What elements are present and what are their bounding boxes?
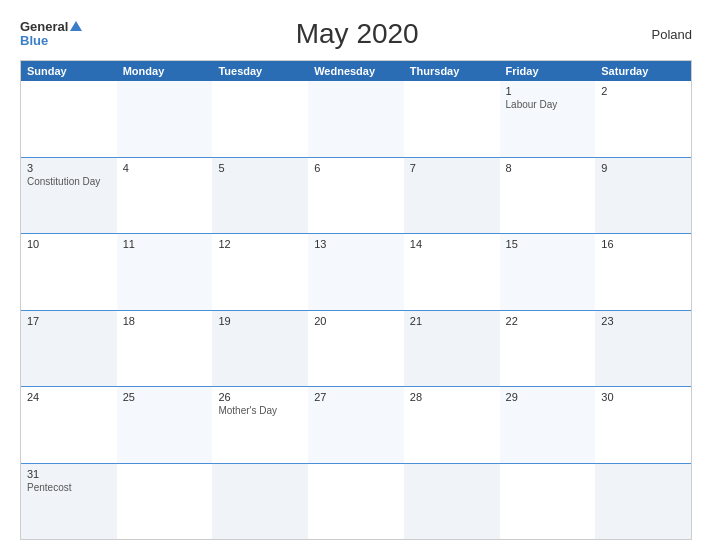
- week-4: 17 18 19 20 21 22 23: [21, 310, 691, 387]
- table-row: 19: [212, 311, 308, 387]
- table-row: [595, 464, 691, 540]
- page-header: General Blue May 2020 Poland: [20, 18, 692, 50]
- table-row: 6: [308, 158, 404, 234]
- table-row: 27: [308, 387, 404, 463]
- table-row: 29: [500, 387, 596, 463]
- calendar: Sunday Monday Tuesday Wednesday Thursday…: [20, 60, 692, 540]
- week-5: 24 25 26 Mother's Day 27 28 29: [21, 386, 691, 463]
- table-row: 10: [21, 234, 117, 310]
- header-wednesday: Wednesday: [308, 61, 404, 81]
- header-friday: Friday: [500, 61, 596, 81]
- table-row: 22: [500, 311, 596, 387]
- table-row: 8: [500, 158, 596, 234]
- table-row: 30: [595, 387, 691, 463]
- table-row: 23: [595, 311, 691, 387]
- table-row: 31 Pentecost: [21, 464, 117, 540]
- week-2: 3 Constitution Day 4 5 6 7 8: [21, 157, 691, 234]
- logo-general-text: General: [20, 20, 68, 34]
- table-row: 14: [404, 234, 500, 310]
- table-row: [117, 81, 213, 157]
- table-row: 7: [404, 158, 500, 234]
- table-row: 12: [212, 234, 308, 310]
- table-row: 1 Labour Day: [500, 81, 596, 157]
- calendar-header: Sunday Monday Tuesday Wednesday Thursday…: [21, 61, 691, 81]
- table-row: 16: [595, 234, 691, 310]
- table-row: 4: [117, 158, 213, 234]
- week-3: 10 11 12 13 14 15 16: [21, 233, 691, 310]
- header-saturday: Saturday: [595, 61, 691, 81]
- table-row: [308, 81, 404, 157]
- table-row: [500, 464, 596, 540]
- header-sunday: Sunday: [21, 61, 117, 81]
- table-row: 15: [500, 234, 596, 310]
- logo-triangle-icon: [70, 21, 82, 31]
- country-label: Poland: [632, 27, 692, 42]
- table-row: 3 Constitution Day: [21, 158, 117, 234]
- header-tuesday: Tuesday: [212, 61, 308, 81]
- header-thursday: Thursday: [404, 61, 500, 81]
- table-row: [404, 81, 500, 157]
- table-row: [212, 81, 308, 157]
- table-row: 28: [404, 387, 500, 463]
- page-title: May 2020: [82, 18, 632, 50]
- logo-blue-text: Blue: [20, 34, 48, 48]
- week-6: 31 Pentecost: [21, 463, 691, 540]
- table-row: 20: [308, 311, 404, 387]
- table-row: 5: [212, 158, 308, 234]
- table-row: 2: [595, 81, 691, 157]
- table-row: 21: [404, 311, 500, 387]
- table-row: [308, 464, 404, 540]
- table-row: 18: [117, 311, 213, 387]
- logo: General Blue: [20, 20, 82, 49]
- table-row: 11: [117, 234, 213, 310]
- table-row: 26 Mother's Day: [212, 387, 308, 463]
- header-monday: Monday: [117, 61, 213, 81]
- table-row: 9: [595, 158, 691, 234]
- table-row: 17: [21, 311, 117, 387]
- table-row: [21, 81, 117, 157]
- table-row: [212, 464, 308, 540]
- table-row: 13: [308, 234, 404, 310]
- week-1: 1 Labour Day 2: [21, 81, 691, 157]
- table-row: 25: [117, 387, 213, 463]
- table-row: 24: [21, 387, 117, 463]
- table-row: [404, 464, 500, 540]
- calendar-body: 1 Labour Day 2 3 Constitution Day 4 5: [21, 81, 691, 539]
- table-row: [117, 464, 213, 540]
